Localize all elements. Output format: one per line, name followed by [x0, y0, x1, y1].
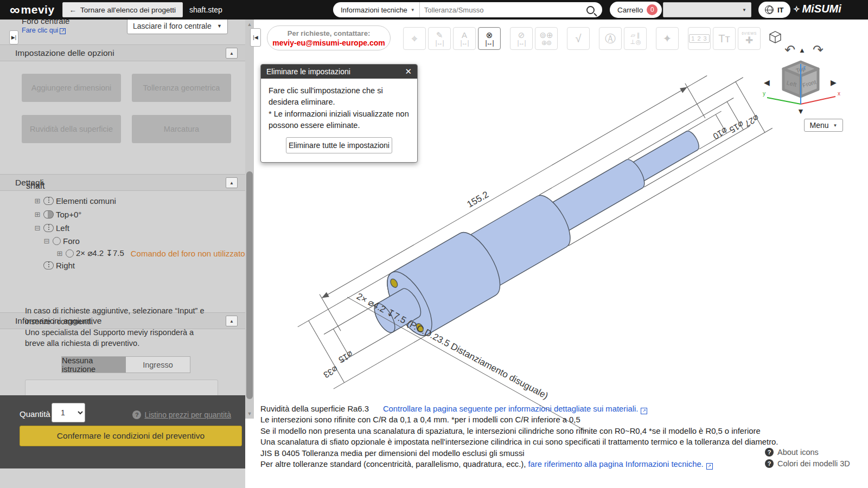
cart-label: Carrello [617, 6, 643, 14]
technical-info-link[interactable]: fare riferimento alla pagina Informazion… [528, 460, 703, 468]
rotate-left-icon[interactable]: ↶ [784, 42, 795, 57]
language-button[interactable]: IT [758, 2, 790, 18]
rotate-cube-left-icon[interactable]: ◀ [764, 78, 770, 87]
center-hole-help-link[interactable]: Fare clic qui↗ [22, 27, 66, 34]
confirm-quote-button[interactable]: Confermare le condizioni del preventivo [20, 426, 242, 446]
collapse-additional-button[interactable]: ▲ [226, 316, 238, 326]
dim-d10[interactable]: ⌀10 [712, 126, 729, 141]
cylinder-icon [43, 210, 54, 219]
viewcube-menu-button[interactable]: Menu▼ [804, 119, 843, 132]
note-roughness: Ruvidità della superficie Ra6.3 [260, 404, 369, 413]
search-category-dropdown[interactable]: Informazioni tecniche ▼ [333, 2, 420, 17]
help-links: ? About icons ? Colori dei modelli 3D [765, 448, 850, 471]
dim-d15-front[interactable]: ⌀15 [337, 349, 354, 364]
dialog-body-2: * Le informazioni iniziali visualizzate … [269, 108, 410, 131]
sidebar-scrollbar[interactable]: ▲ ▼ [245, 20, 254, 419]
hole-group-icon[interactable]: ⊚⊕⊕⊚ [535, 27, 558, 50]
rotate-right-icon[interactable]: ↷ [813, 42, 824, 57]
search-icon[interactable] [586, 6, 595, 14]
dialog-body-1: Fare clic sull'impostazione che si desid… [269, 85, 410, 107]
quote-footer: Quantità 1 ? Listino prezzi per quantità… [0, 395, 245, 468]
chevron-down-icon: ▼ [833, 123, 838, 128]
cylinder-icon [43, 261, 54, 269]
view-cube-widget[interactable]: ↶ ▲ ↷ ◀ ▶ ▼ Top Left Front y x z [758, 28, 851, 120]
hide-dimension-icon[interactable]: ⊘|↔| [510, 27, 533, 50]
contact-box: Per richieste, contattare: meviy-eu@misu… [267, 25, 391, 50]
rotate-cube-right-icon[interactable]: ▶ [831, 78, 837, 87]
cart-button[interactable]: Carrello 0 [610, 2, 662, 18]
delete-all-settings-button[interactable]: Eliminare tutte le impostazioni [286, 137, 392, 153]
surface-roughness-icon[interactable]: √ [567, 27, 590, 50]
dim-length[interactable]: 155.2 [465, 189, 490, 210]
note-intersections: Le intersezioni sono rifinite con C/R da… [260, 414, 778, 425]
scrollbar-thumb[interactable] [246, 171, 253, 399]
tree-node-right[interactable]: Right [43, 259, 75, 272]
marking-flag-icon[interactable]: Ⓐ [599, 27, 622, 50]
edit-dimension-icon[interactable]: ✎|↔| [428, 27, 451, 50]
tilt-down-icon[interactable]: ▼ [797, 107, 805, 115]
quantity-select[interactable]: 1 [52, 403, 85, 422]
scroll-down-icon[interactable]: ▼ [245, 410, 254, 418]
misumi-mark-icon: ✧ [793, 4, 800, 14]
collapse-details-button[interactable]: ▲ [226, 177, 238, 188]
collapse-icon[interactable]: ⊟ [34, 224, 41, 232]
center-hole-select[interactable]: Lasciare il foro centrale ▼ [127, 20, 228, 34]
collapse-icon[interactable]: ⊟ [43, 237, 50, 245]
tree-node-hole-command[interactable]: ⊞ 2× ⌀4.2 ↧7.5 Comando del foro non util… [56, 247, 245, 260]
dim-d15-tail[interactable]: ⌀15 [728, 119, 745, 134]
meviy-logo[interactable]: meviy [21, 3, 55, 16]
section-options: Impostazione delle opzioni ▲ [0, 44, 245, 61]
geometric-tolerance-button[interactable]: Tolleranza geometrica [132, 74, 231, 102]
tree-root-shaft[interactable]: shaft [26, 181, 45, 191]
hole-warning-text: Comando del foro non utilizzato [131, 249, 245, 258]
scroll-up-icon[interactable]: ▲ [245, 21, 254, 28]
text-dimension-icon[interactable]: A|↔| [453, 27, 476, 50]
tilt-up-icon[interactable]: ▲ [799, 46, 806, 54]
axis-x-label: x [838, 91, 840, 97]
price-list-link[interactable]: ? Listino prezzi per quantità [132, 410, 231, 419]
search-input[interactable] [420, 6, 586, 14]
hole-icon [53, 237, 61, 245]
dim-d33[interactable]: ⌀33 [322, 364, 339, 380]
collapse-right-icon: ▶| [11, 35, 16, 40]
note-groove: Se il modello non presenta una scanalatu… [260, 426, 778, 436]
marking-button[interactable]: Marcatura [132, 115, 231, 143]
about-icons-link[interactable]: ? About icons [765, 448, 850, 457]
expand-icon[interactable]: ⊞ [56, 249, 63, 258]
toggle-no-instruction[interactable]: Nessuna istruzione [62, 357, 126, 373]
section-options-title: Impostazione delle opzioni [15, 48, 114, 58]
geometric-tolerance-icon[interactable]: ▱ ∥⊥ ◎ [624, 27, 647, 50]
collapse-left-handle[interactable]: ▶| [9, 30, 18, 44]
delete-dimension-icon[interactable]: ⊗|↔| [478, 27, 501, 50]
toggle-input[interactable]: Ingresso [126, 357, 190, 373]
expand-icon[interactable]: ⊞ [34, 197, 41, 205]
six-views-icon[interactable]: 6VIEWS✚ [738, 27, 761, 50]
model-colors-link[interactable]: ? Colori dei modelli 3D [765, 459, 850, 468]
contact-label: Per richieste, contattare: [267, 29, 390, 37]
tree-node-left[interactable]: ⊟ Left [34, 221, 69, 234]
add-dimensions-button[interactable]: Aggiungere dimensioni [22, 74, 121, 102]
datum-target-icon[interactable]: ⌖ [403, 27, 426, 50]
hole-icon [66, 249, 74, 258]
header-empty-dropdown[interactable]: ▼ [663, 2, 751, 17]
additional-info-text: In caso di richieste aggiuntive, selezio… [25, 305, 214, 349]
collapse-options-button[interactable]: ▲ [226, 48, 238, 59]
center-hole-select-value: Lasciare il foro centrale [133, 22, 212, 30]
laser-marking-icon[interactable]: ✦ [656, 27, 679, 50]
surface-roughness-button[interactable]: Ruvidità della superficie [22, 115, 121, 143]
materials-info-link[interactable]: Controllare la pagina seguente per infor… [383, 404, 638, 413]
collapse-sidebar-handle[interactable]: |◀ [250, 28, 261, 47]
close-icon[interactable]: ✕ [405, 67, 412, 76]
tree-node-common-elements[interactable]: ⊞ Elementi comuni [34, 194, 116, 207]
tree-node-top[interactable]: ⊞ Top+0° [34, 208, 81, 221]
text-size-icon[interactable]: Tᴛ [713, 27, 736, 50]
measure-123-icon[interactable]: 1 2 3 [688, 27, 711, 50]
expand-icon[interactable]: ⊞ [34, 210, 41, 219]
cylinder-icon [43, 197, 54, 205]
back-to-projects-button[interactable]: ← Tornare all'elenco dei progetti [62, 2, 183, 17]
cube-icon[interactable] [770, 31, 781, 43]
contact-email-link[interactable]: meviy-eu@misumi-europe.com [267, 38, 390, 47]
external-link-icon: ↗ [641, 408, 647, 414]
chevron-down-icon: ▼ [411, 8, 415, 12]
tree-node-foro[interactable]: ⊟ Foro [43, 234, 80, 247]
